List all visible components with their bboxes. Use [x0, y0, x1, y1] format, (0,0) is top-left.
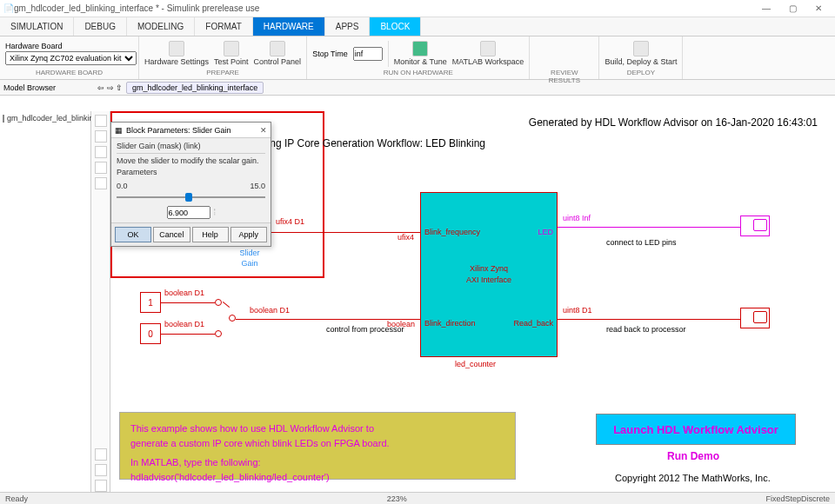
slider-value-input[interactable]	[167, 206, 210, 219]
tree-root[interactable]: gm_hdlcoder_led_blinking_in	[2, 113, 89, 123]
signal-bool-3: boolean D1	[250, 306, 290, 315]
led-counter-label: led_counter	[455, 360, 496, 368]
model-canvas[interactable]: Generated by HDL Workflow Advisor on 16-…	[110, 111, 835, 492]
signal-ufix-3: ufix4	[397, 233, 414, 242]
main-title1: Xilinx Zynq	[421, 264, 557, 273]
hwboard-section: HARDWARE BOARD	[5, 69, 133, 77]
slider-thumb[interactable]	[185, 193, 192, 202]
tab-modeling[interactable]: MODELING	[127, 17, 195, 36]
build-deploy-button[interactable]: Build, Deploy & Start	[605, 41, 677, 66]
status-ready: Ready	[5, 494, 28, 503]
wire	[161, 302, 215, 303]
test-point-button[interactable]: Test Point	[214, 41, 249, 66]
signal-ufix-2: ufix4 D1	[276, 217, 304, 226]
dialog-desc: Move the slider to modify the scalar gai…	[117, 156, 265, 165]
dialog-mask: Slider Gain (mask) (link)	[117, 142, 265, 150]
hwboard-select[interactable]: Xilinx Zynq ZC702 evaluation kit	[5, 51, 137, 65]
ribbon: Hardware Board Xilinx Zynq ZC702 evaluat…	[0, 36, 835, 80]
constant-block-3[interactable]: 0	[140, 323, 161, 344]
workspace-icon	[480, 41, 496, 56]
model-browser-tree: gm_hdlcoder_led_blinking_in	[0, 111, 91, 492]
dialog-cancel-button[interactable]: Cancel	[153, 227, 190, 242]
slider-gain-name1: Slider	[235, 249, 264, 257]
window-titlebar: 📄 gm_hdlcoder_led_blinking_interface * -…	[0, 0, 835, 17]
constant-block-2[interactable]: 1	[140, 292, 161, 313]
signal-bool-2: boolean D1	[164, 320, 204, 328]
workspace: gm_hdlcoder_led_blinking_in Generated by…	[0, 111, 835, 492]
connect-to-label: connect to LED pins	[606, 238, 677, 248]
readback-label: read back to processor	[606, 325, 686, 335]
status-bar: Ready 223% FixedStepDiscrete	[0, 492, 835, 504]
model-icon	[3, 115, 4, 123]
switch-node	[215, 330, 222, 337]
slider-gain-name2: Gain	[235, 259, 264, 268]
signal-uint-1: uint8 Inf	[563, 214, 591, 222]
diagram-title: Using IP Core Generation Workflow: LED B…	[255, 137, 485, 149]
dialog-icon: ▦	[115, 126, 123, 135]
matlab-workspace-button[interactable]: MATLAB Workspace	[452, 41, 524, 66]
breadcrumb[interactable]: gm_hdlcoder_led_blinking_interface	[126, 82, 264, 94]
scope-readback[interactable]	[740, 308, 770, 328]
slider-track[interactable]	[117, 192, 265, 202]
zoom-in-button[interactable]	[95, 130, 107, 143]
dialog-titlebar[interactable]: ▦ Block Parameters: Slider Gain ✕	[111, 123, 271, 138]
control-panel-button[interactable]: Control Panel	[254, 41, 302, 66]
scope-led[interactable]	[740, 216, 770, 236]
stoptime-input[interactable]	[353, 47, 383, 61]
led-counter-subsystem[interactable]: Blink_frequency Blink_direction LED Read…	[420, 192, 558, 357]
dialog-help-button[interactable]: Help	[192, 227, 229, 242]
dialog-ok-button[interactable]: OK	[115, 227, 151, 242]
port-blink-direction: Blink_direction	[424, 319, 476, 328]
canvas-toolbar	[91, 111, 110, 492]
status-zoom: 223%	[387, 494, 407, 503]
zoom-out-button[interactable]	[95, 146, 107, 158]
tab-hardware[interactable]: HARDWARE	[253, 17, 325, 36]
hwboard-label: Hardware Board	[5, 42, 137, 50]
slider-high: 15.0	[250, 182, 265, 190]
annotation-note[interactable]: This example shows how to use HDL Workfl…	[119, 412, 516, 480]
hardware-settings-button[interactable]: Hardware Settings	[144, 41, 209, 66]
run-demo-label: Run Demo	[667, 450, 719, 462]
port-readback: Read_back	[513, 319, 553, 328]
minimize-button[interactable]: —	[753, 1, 779, 17]
deploy-icon	[633, 41, 649, 56]
window-title: gm_hdlcoder_led_blinking_interface * - S…	[14, 3, 259, 13]
control-from-label: control from processor	[326, 325, 404, 335]
signal-uint-2: uint8 D1	[563, 306, 592, 315]
status-solver: FixedStepDiscrete	[765, 494, 830, 503]
tab-debug[interactable]: DEBUG	[74, 17, 127, 36]
zoom-fit-button[interactable]	[95, 115, 107, 127]
main-title2: AXI Interface	[421, 275, 557, 284]
wire	[161, 334, 215, 335]
port-led: LED	[538, 228, 553, 236]
dialog-title: Block Parameters: Slider Gain	[126, 126, 231, 135]
pan-button[interactable]	[95, 162, 107, 174]
close-button[interactable]: ✕	[805, 1, 832, 17]
library-button[interactable]	[95, 464, 107, 476]
info-button[interactable]	[95, 480, 107, 492]
stoptime-label: Stop Time	[312, 50, 348, 58]
testpoint-icon	[224, 41, 239, 56]
tab-block[interactable]: BLOCK	[370, 17, 421, 36]
tab-apps[interactable]: APPS	[325, 17, 371, 36]
select-button[interactable]	[95, 177, 107, 189]
generated-by-text: Generated by HDL Workflow Advisor on 16-…	[529, 116, 818, 129]
wire	[558, 319, 740, 320]
port-blink-frequency: Blink_frequency	[424, 228, 480, 236]
launch-hdl-advisor-button[interactable]: Launch HDL Workflow Advisor	[596, 414, 796, 445]
maximize-button[interactable]: ▢	[779, 1, 805, 17]
tab-simulation[interactable]: SIMULATION	[0, 17, 74, 36]
dialog-apply-button[interactable]: Apply	[230, 227, 267, 242]
app-icon: 📄	[3, 3, 14, 13]
monitor-tune-button[interactable]: Monitor & Tune	[394, 41, 447, 66]
breadcrumb-bar: Model Browser ⇦ ⇨ ⇧ gm_hdlcoder_led_blin…	[0, 80, 835, 96]
switch-node	[215, 299, 222, 306]
toolstrip-tabs: SIMULATION DEBUG MODELING FORMAT HARDWAR…	[0, 17, 835, 36]
panel-icon	[270, 41, 285, 56]
annotate-button[interactable]	[95, 448, 107, 461]
block-parameters-dialog: ▦ Block Parameters: Slider Gain ✕ Slider…	[110, 122, 271, 247]
slider-low: 0.0	[117, 182, 128, 190]
tab-format[interactable]: FORMAT	[195, 17, 252, 36]
signal-bool-1: boolean D1	[164, 288, 204, 297]
dialog-close-button[interactable]: ✕	[260, 126, 267, 135]
